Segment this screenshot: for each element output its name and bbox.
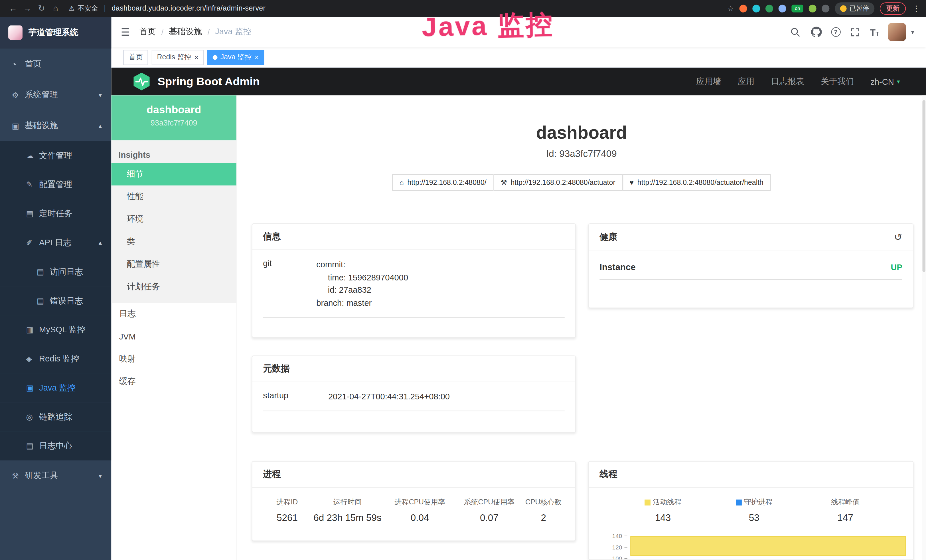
address-divider: | [104, 4, 106, 12]
browser-menu-icon[interactable]: ⋮ [912, 4, 920, 13]
chevron-up-icon: ▴ [99, 122, 102, 130]
main-scrollbar[interactable] [922, 95, 926, 560]
fullscreen-icon[interactable] [849, 26, 861, 38]
sba-language-select[interactable]: zh-CN ▾ [870, 77, 900, 86]
app-logo-area[interactable]: 芋道管理系统 [0, 17, 112, 48]
sba-menu-logs[interactable]: 日志 [112, 303, 236, 325]
help-icon[interactable]: ? [831, 27, 840, 37]
health-heart-icon: ♥ [630, 178, 634, 186]
ytick-140: 140 [589, 533, 622, 539]
close-icon[interactable]: × [194, 54, 198, 61]
sba-menu-details[interactable]: 细节 [112, 163, 236, 185]
hamburger-icon[interactable]: ☰ [121, 26, 130, 38]
info-git-row: git commit: time: 1596289704000 id: 27aa… [263, 259, 564, 318]
sba-menu-environment[interactable]: 环境 [112, 208, 236, 230]
sba-menu-metrics[interactable]: 性能 [112, 185, 236, 208]
instance-base-url-button[interactable]: ⌂ http://192.168.0.2:48080/ [392, 174, 494, 191]
sba-menu-classes[interactable]: 类 [112, 230, 236, 253]
sba-menu-scheduled-tasks[interactable]: 计划任务 [112, 275, 236, 298]
extension-icon-7[interactable] [822, 5, 829, 12]
process-card-title: 进程 [263, 469, 281, 480]
browser-update-button[interactable]: 更新 [880, 2, 906, 15]
browser-back-icon[interactable]: ← [6, 3, 20, 13]
sidebar-item-redis-monitor[interactable]: ◈ Redis 监控 [0, 344, 112, 374]
ytick-100: 100 [589, 555, 622, 560]
extension-on-badge[interactable]: on [791, 5, 803, 12]
browser-reload-icon[interactable]: ↻ [34, 3, 48, 13]
sba-menu-config-props[interactable]: 配置属性 [112, 253, 236, 275]
sidebar-item-system-management[interactable]: ⚙ 系统管理 ▾ [0, 79, 112, 110]
sidebar-item-access-logs[interactable]: ▤ 访问日志 [0, 257, 112, 286]
info-card: 信息 git commit: time: 1596289704000 id: 2… [252, 223, 576, 338]
instance-id-line: Id: 93a3fc7f7409 [237, 148, 926, 159]
sba-menu-caches[interactable]: 缓存 [112, 370, 236, 393]
sba-nav-about[interactable]: 关于我们 [821, 76, 854, 87]
sidebar-item-dev-tools[interactable]: ⚒ 研发工具 ▾ [0, 460, 112, 491]
instance-health-url-button[interactable]: ♥ http://192.168.0.2:48080/actuator/heal… [623, 174, 770, 191]
wrench-icon: ⚒ [501, 178, 507, 186]
breadcrumb-current: Java 监控 [215, 27, 251, 37]
sidebar-item-log-center[interactable]: ▤ 日志中心 [0, 431, 112, 460]
tab-home[interactable]: 首页 [123, 49, 148, 65]
breadcrumb-home[interactable]: 首页 [139, 27, 156, 37]
sidebar-item-home[interactable]: ◔ 首页 [0, 48, 112, 79]
spring-boot-admin-frame: Spring Boot Admin 应用墙 应用 日志报表 关于我们 zh-CN… [112, 68, 926, 560]
threads-card-title: 线程 [599, 469, 617, 480]
gear-icon: ⚙ [12, 91, 25, 99]
font-size-icon[interactable]: TT [870, 27, 879, 37]
process-metrics-row: 进程ID 5261 运行时间 6d 23h 15m 59s 进程CPU使用率 [263, 493, 564, 525]
extension-icon-2[interactable] [752, 5, 760, 12]
scrollbar-thumb[interactable] [923, 100, 925, 272]
sidebar-item-config-management[interactable]: ✎ 配置管理 [0, 170, 112, 199]
history-icon[interactable]: ↺ [894, 231, 902, 244]
java-monitor-icon: ▣ [26, 383, 39, 392]
breadcrumb-infrastructure[interactable]: 基础设施 [169, 27, 202, 37]
info-card-title: 信息 [263, 231, 281, 242]
instance-actuator-url-button[interactable]: ⚒ http://192.168.0.2:48080/actuator [494, 174, 623, 191]
extension-icon-6[interactable] [809, 5, 817, 12]
sba-nav-journal[interactable]: 日志报表 [771, 76, 804, 87]
sba-instance-header[interactable]: dashboard 93a3fc7f7409 [112, 95, 236, 140]
sba-menu-mappings[interactable]: 映射 [112, 348, 236, 370]
sba-nav-applications[interactable]: 应用 [738, 76, 754, 87]
tab-java-monitor[interactable]: Java 监控 × [207, 49, 264, 65]
address-url[interactable]: dashboard.yudao.iocoder.cn/infra/admin-s… [112, 4, 266, 12]
error-log-icon: ▤ [37, 297, 50, 305]
sba-menu-jvm[interactable]: JVM [112, 325, 236, 348]
extension-icon-4[interactable] [779, 5, 786, 12]
github-icon[interactable] [810, 26, 822, 38]
spring-boot-admin-logo [133, 73, 150, 90]
edit-icon: ✎ [26, 180, 39, 189]
sidebar-item-infrastructure[interactable]: ▣ 基础设施 ▴ [0, 110, 112, 141]
status-badge: UP [891, 262, 902, 272]
sba-brand-title[interactable]: Spring Boot Admin [158, 75, 260, 88]
site-security-indicator[interactable]: ⚠ 不安全 [69, 4, 98, 13]
redis-icon: ◈ [26, 354, 39, 363]
extension-icon-1[interactable] [740, 5, 747, 12]
process-card: 进程 进程ID 5261 运行时间 [252, 461, 576, 541]
toolbox-icon: ⚒ [12, 471, 25, 480]
sidebar-item-api-logs[interactable]: ✐ API 日志 ▴ [0, 228, 112, 257]
tab-redis-monitor[interactable]: Redis 监控 × [152, 49, 204, 65]
sba-nav-wallboard[interactable]: 应用墙 [696, 76, 721, 87]
search-icon[interactable] [790, 26, 802, 38]
sidebar-item-mysql-monitor[interactable]: ▥ MySQL 监控 [0, 315, 112, 344]
bookmark-star-icon[interactable]: ☆ [727, 4, 734, 13]
sba-header: Spring Boot Admin 应用墙 应用 日志报表 关于我们 zh-CN… [112, 68, 926, 95]
sidebar-item-scheduled-tasks[interactable]: ▤ 定时任务 [0, 199, 112, 228]
profile-paused-chip[interactable]: 已暂停 [835, 2, 875, 15]
close-icon[interactable]: × [255, 54, 259, 61]
user-avatar[interactable] [888, 23, 906, 41]
extension-icon-3[interactable] [766, 5, 773, 12]
sidebar-item-tracing[interactable]: ◎ 链路追踪 [0, 402, 112, 431]
chevron-down-icon: ▾ [99, 91, 102, 99]
sidebar-item-error-logs[interactable]: ▤ 错误日志 [0, 286, 112, 315]
browser-forward-icon[interactable]: → [20, 3, 35, 13]
health-card: 健康 ↺ Instance UP [589, 223, 914, 308]
avatar-caret-icon[interactable]: ▾ [911, 29, 914, 35]
browser-home-icon[interactable]: ⌂ [48, 3, 63, 13]
sidebar-item-file-management[interactable]: ☁ 文件管理 [0, 141, 112, 170]
sidebar-item-java-monitor[interactable]: ▣ Java 监控 [0, 374, 112, 403]
instance-name: dashboard [112, 104, 236, 117]
metadata-startup-row: startup 2021-04-27T00:44:31.254+08:00 [263, 390, 564, 411]
